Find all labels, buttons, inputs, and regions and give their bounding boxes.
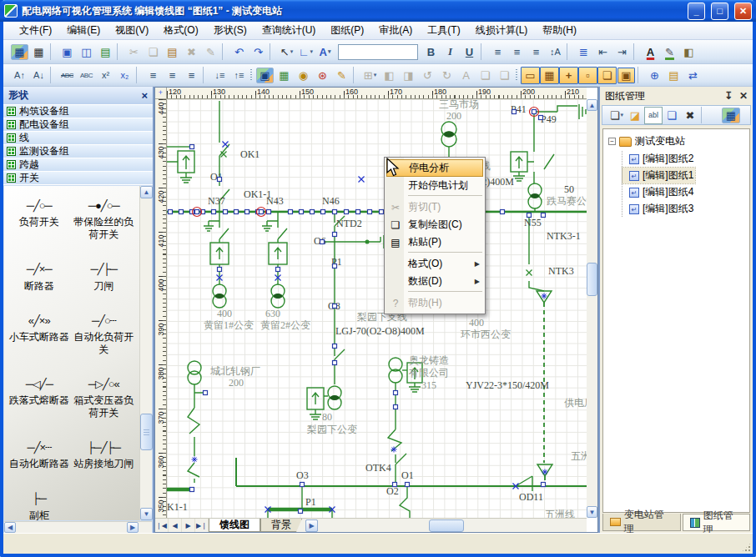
selection-handle[interactable] bbox=[260, 210, 264, 214]
scroll-up-icon[interactable]: ▲ bbox=[587, 99, 597, 111]
menu-item[interactable]: 线损计算(L) bbox=[468, 21, 536, 40]
paste-icon[interactable]: ▤ bbox=[163, 43, 182, 61]
stencil-group[interactable]: 开关 bbox=[3, 172, 153, 185]
scroll-left-icon[interactable]: ◀ bbox=[4, 522, 16, 533]
selection-handle[interactable] bbox=[320, 240, 325, 244]
fill-color-icon[interactable]: ◧ bbox=[679, 43, 698, 61]
superscript-icon[interactable]: x² bbox=[96, 67, 115, 84]
bring-front-icon[interactable]: ❏ bbox=[476, 67, 495, 84]
stencil-shape[interactable]: ─╱×─ 断路器 bbox=[8, 263, 71, 292]
stencil-shape[interactable]: ─◁╱─ 跌落式熔断器 bbox=[8, 378, 71, 419]
pointer-tool-icon[interactable]: ↖ bbox=[277, 43, 296, 61]
bold-icon[interactable]: B bbox=[421, 43, 441, 61]
context-menu-item[interactable]: ❏ 复制绘图(C) bbox=[386, 216, 484, 233]
font-color-icon[interactable]: A bbox=[641, 43, 660, 61]
align-right-icon[interactable]: ≡ bbox=[527, 43, 546, 61]
selection-handle[interactable] bbox=[300, 210, 304, 214]
page-breaks-toggle-icon[interactable]: ❏ bbox=[597, 67, 617, 84]
stencil-scrollbar[interactable]: ▲ ▼ bbox=[139, 186, 152, 520]
format-painter-icon[interactable]: ✎ bbox=[201, 43, 220, 61]
drawing-explorer-icon[interactable]: ▦ bbox=[11, 44, 28, 60]
stencil-shape[interactable]: ─●╱○─ 带保险丝的负荷开关 bbox=[73, 199, 136, 241]
ruler-toggle-icon[interactable]: ▭ bbox=[521, 67, 540, 84]
menu-item[interactable]: 查询统计(U) bbox=[255, 21, 324, 40]
selection-handle[interactable] bbox=[527, 213, 532, 218]
connector-tool-icon[interactable]: ∟ bbox=[296, 43, 315, 61]
selection-handle[interactable] bbox=[512, 110, 517, 114]
selection-handle[interactable] bbox=[333, 264, 337, 268]
indent-decrease-icon[interactable]: ⇤ bbox=[593, 43, 612, 61]
collapse-icon[interactable]: − bbox=[608, 138, 616, 145]
scroll-up-icon[interactable]: ▲ bbox=[140, 186, 153, 198]
feeder-diagram[interactable]: 三鸟市场200P41P49OK1O1OK1-1梨园下支线GYJ-70(N46-O… bbox=[167, 99, 587, 518]
selection-handle[interactable] bbox=[224, 210, 228, 214]
page-tab[interactable]: 馈线图 bbox=[209, 519, 260, 532]
selection-handle[interactable] bbox=[218, 268, 222, 272]
selection-handle[interactable] bbox=[300, 483, 305, 487]
align-center-icon[interactable]: ≡ bbox=[507, 43, 527, 61]
properties-icon[interactable]: ▤ bbox=[664, 67, 683, 84]
menu-item[interactable]: 图纸(P) bbox=[323, 21, 371, 40]
open-drawing-icon[interactable]: ◪ bbox=[626, 107, 644, 124]
line-spacing-15-icon[interactable]: ≡ bbox=[163, 67, 182, 84]
tree-node-drawing[interactable]: ↵ [编辑]图纸1 bbox=[622, 168, 695, 183]
rotate-right-icon[interactable]: ↻ bbox=[437, 67, 456, 84]
context-menu-item[interactable]: 停电分析 bbox=[386, 159, 483, 177]
stencil-group[interactable]: 监测设备组 bbox=[3, 145, 153, 158]
stencil-group[interactable]: 线 bbox=[3, 132, 153, 145]
delete-drawing-icon[interactable]: ✖ bbox=[681, 107, 699, 124]
selection-handle[interactable] bbox=[333, 344, 337, 349]
align-shapes-icon[interactable]: ⊞ bbox=[360, 67, 380, 84]
delete-icon[interactable]: ✖ bbox=[182, 43, 201, 61]
stencil-group[interactable]: 跨越 bbox=[3, 158, 153, 172]
line-spacing-single-icon[interactable]: ≡ bbox=[144, 67, 163, 84]
stencil-shape[interactable]: ─╱×┄ 自动化断路器 bbox=[8, 441, 71, 470]
menu-item[interactable]: 形状(S) bbox=[206, 21, 255, 40]
selection-handle[interactable] bbox=[195, 210, 199, 214]
page-tab[interactable]: 背景 bbox=[260, 519, 302, 532]
selection-handle[interactable] bbox=[333, 304, 337, 309]
last-page-button[interactable]: ▶❘ bbox=[195, 519, 209, 532]
context-menu-item[interactable]: 格式(O) ▶ bbox=[386, 255, 484, 273]
prev-page-button[interactable]: ◀ bbox=[169, 519, 182, 532]
menu-item[interactable]: 帮助(H) bbox=[535, 21, 584, 40]
selection-handle[interactable] bbox=[333, 233, 337, 237]
selection-handle[interactable] bbox=[368, 210, 372, 214]
strikethrough-icon[interactable]: ABC bbox=[58, 67, 77, 84]
selection-handle[interactable] bbox=[501, 210, 505, 214]
menu-item[interactable]: 视图(V) bbox=[108, 21, 156, 40]
scroll-thumb[interactable] bbox=[587, 263, 597, 296]
stencil-shape[interactable]: ├─╱├─ 站房接地刀闸 bbox=[73, 441, 136, 470]
selection-handle[interactable] bbox=[204, 391, 208, 395]
indent-increase-icon[interactable]: ⇥ bbox=[612, 43, 632, 61]
scroll-right-icon[interactable]: ▶ bbox=[127, 522, 139, 533]
open-book-icon[interactable]: ◫ bbox=[77, 43, 96, 61]
context-menu-item[interactable]: ▤ 粘贴(P) bbox=[386, 233, 484, 251]
text-tool-icon[interactable]: A bbox=[315, 43, 335, 61]
find-drawing-icon[interactable]: ◉ bbox=[294, 67, 313, 84]
selection-handle[interactable] bbox=[345, 210, 349, 214]
canvas-vscrollbar[interactable]: ▲ ▼ bbox=[587, 99, 597, 518]
stencil-shape[interactable]: ─╱├─ 刀闸 bbox=[73, 263, 136, 292]
monitor-icon[interactable]: ▦ bbox=[722, 108, 740, 123]
menu-item[interactable]: 文件(F) bbox=[12, 21, 59, 40]
context-menu-item[interactable]: ✂ 剪切(T) bbox=[386, 198, 484, 216]
selection-handle[interactable] bbox=[321, 210, 325, 214]
guides-toggle-icon[interactable]: + bbox=[559, 67, 578, 84]
selection-handle[interactable] bbox=[310, 210, 315, 214]
selection-handle[interactable] bbox=[190, 145, 194, 149]
selection-handle[interactable] bbox=[179, 210, 184, 214]
cut-icon[interactable]: ✂ bbox=[124, 43, 144, 61]
menu-item[interactable]: 编辑(E) bbox=[59, 21, 108, 40]
send-back-icon[interactable]: ❏ bbox=[495, 67, 514, 84]
undo-icon[interactable]: ↶ bbox=[229, 43, 249, 61]
next-page-button[interactable]: ▶ bbox=[182, 519, 195, 532]
selection-handle[interactable] bbox=[393, 483, 397, 487]
scroll-right-icon[interactable]: ▶ bbox=[305, 519, 318, 532]
space-after-icon[interactable]: ↓≡ bbox=[210, 67, 229, 84]
copy-drawing-icon[interactable]: ❏ bbox=[663, 107, 681, 124]
selection-handle[interactable] bbox=[267, 210, 271, 214]
dock-tab[interactable]: 变电站管理 bbox=[602, 514, 681, 531]
selection-handle[interactable] bbox=[356, 210, 360, 214]
edit-note-icon[interactable]: ✎ bbox=[332, 67, 351, 84]
